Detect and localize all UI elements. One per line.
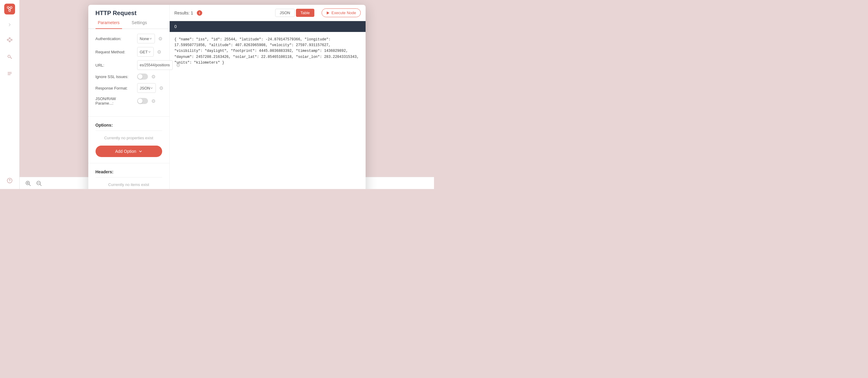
add-option-button[interactable]: Add Option (96, 146, 162, 157)
sidebar (0, 0, 20, 189)
tab-parameters[interactable]: Parameters (96, 17, 122, 29)
json-raw-control: ⚙ (137, 98, 162, 104)
svg-line-18 (29, 185, 30, 186)
modal-right-panel: Results: 1 i JSON Table (170, 5, 366, 189)
zoom-in-button[interactable] (24, 180, 32, 187)
ssl-row: Ignore SSL Issues: ⚙ (96, 73, 162, 80)
response-format-label: Response Format: (96, 86, 135, 90)
options-empty-text: Currently no properties exist (96, 133, 162, 143)
ssl-label: Ignore SSL Issues: (96, 74, 135, 79)
collapse-arrow[interactable] (7, 22, 13, 28)
request-method-label: Request Method: (96, 50, 135, 54)
modal-header: HTTP Request (88, 5, 169, 17)
svg-marker-16 (327, 11, 330, 14)
execute-node-button[interactable]: Execute Node (321, 8, 361, 17)
modal-title: HTTP Request (96, 10, 136, 17)
authentication-label: Authentication: (96, 36, 135, 41)
headers-empty-text: Currently no items exist (96, 180, 162, 189)
list-icon[interactable] (5, 69, 14, 78)
request-method-control: GET ⚙ (137, 47, 162, 57)
question-icon[interactable] (5, 176, 14, 185)
svg-point-0 (7, 7, 9, 8)
response-format-gear[interactable]: ⚙ (158, 85, 164, 91)
view-tabs: JSON Table (275, 9, 314, 17)
http-request-modal: × HTTP Request Parameters Settings (88, 5, 366, 189)
headers-divider (96, 177, 162, 178)
authentication-select[interactable]: None (137, 34, 155, 43)
svg-rect-8 (11, 39, 12, 40)
view-tab-json[interactable]: JSON (275, 9, 295, 17)
response-format-select[interactable]: JSON (137, 83, 156, 93)
logo[interactable] (4, 4, 15, 14)
svg-rect-6 (7, 39, 8, 40)
divider-2 (88, 163, 169, 163)
modal-overlay: × HTTP Request Parameters Settings (20, 0, 434, 177)
options-section: Options: Currently no properties exist A… (88, 119, 169, 161)
options-divider (96, 130, 162, 131)
svg-rect-9 (9, 41, 10, 42)
info-icon[interactable]: i (197, 10, 202, 16)
json-raw-toggle[interactable] (137, 98, 148, 104)
view-tab-table[interactable]: Table (296, 9, 314, 17)
svg-point-2 (9, 10, 10, 11)
ssl-gear[interactable]: ⚙ (150, 73, 156, 80)
svg-line-22 (40, 185, 41, 186)
svg-point-1 (10, 7, 12, 8)
form-section: Authentication: None ⚙ Request Method: (88, 29, 169, 114)
json-raw-gear[interactable]: ⚙ (150, 98, 156, 104)
svg-point-10 (8, 55, 10, 58)
zoom-out-button[interactable] (35, 180, 42, 187)
options-title: Options: (96, 123, 162, 127)
result-content: { "name": "iss", "id": 25544, "latitude"… (170, 32, 366, 70)
ssl-toggle[interactable] (137, 73, 148, 80)
svg-rect-7 (9, 38, 10, 39)
request-method-gear[interactable]: ⚙ (156, 49, 162, 55)
nodes-icon[interactable] (5, 35, 14, 44)
response-format-control: JSON ⚙ (137, 83, 164, 93)
url-label: URL: (96, 63, 135, 67)
authentication-row: Authentication: None ⚙ (96, 34, 162, 43)
json-raw-row: JSON/RAW Parame...: ⚙ (96, 96, 162, 105)
url-input[interactable]: es/25544/positions (137, 60, 173, 70)
headers-title: Headers: (96, 169, 162, 174)
key-icon[interactable] (5, 52, 14, 62)
authentication-gear[interactable]: ⚙ (157, 36, 163, 41)
ssl-control: ⚙ (137, 73, 162, 80)
results-header: Results: 1 i JSON Table (170, 5, 366, 21)
tab-settings[interactable]: Settings (129, 17, 150, 29)
divider-1 (88, 116, 169, 117)
results-label: Results: 1 (175, 10, 193, 15)
request-method-select[interactable]: GET (137, 47, 154, 57)
response-format-row: Response Format: JSON ⚙ (96, 83, 162, 93)
result-index-bar: 0 (170, 21, 366, 32)
authentication-control: None ⚙ (137, 34, 163, 43)
json-raw-label: JSON/RAW Parame...: (96, 96, 135, 105)
headers-section: Headers: Currently no items exist Add He… (88, 166, 169, 189)
url-row: URL: es/25544/positions ⚙ (96, 60, 162, 70)
modal-tabs: Parameters Settings (88, 17, 169, 29)
modal-left-panel: HTTP Request Parameters Settings Authent… (88, 5, 170, 189)
sidebar-bottom (5, 176, 14, 185)
request-method-row: Request Method: GET ⚙ (96, 47, 162, 57)
